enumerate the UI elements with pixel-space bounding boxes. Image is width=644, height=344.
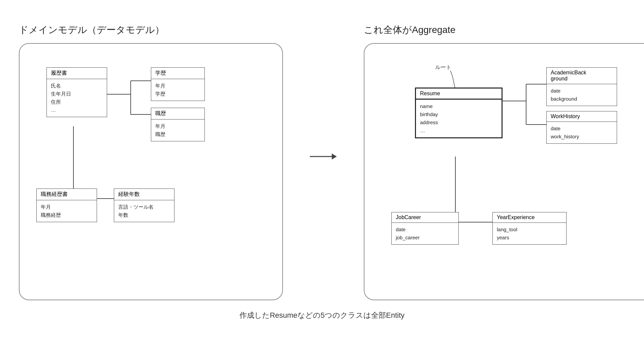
left-section: ドメインモデル（データモデル）: [19, 24, 283, 300]
right-job-header: JobCareer: [392, 212, 458, 223]
left-resume-body: 氏名生年月日住所…: [47, 79, 107, 117]
left-work-box: 職歴 年月職歴: [151, 108, 205, 141]
right-exp-box: YearExperience lang_toolyears: [492, 212, 567, 245]
right-resume-body: namebirthdayaddress…: [416, 100, 502, 137]
left-resume-box: 履歴書 氏名生年月日住所…: [46, 67, 107, 117]
left-academic-body: 年月学歴: [151, 79, 204, 101]
left-title: ドメインモデル（データモデル）: [19, 24, 164, 36]
arrow-container: [310, 24, 337, 162]
right-resume-header: Resume: [416, 89, 502, 100]
right-title: これ全体がAggregate: [364, 24, 455, 36]
right-academic-header: AcademicBackground: [547, 68, 617, 84]
left-diagram-box: 履歴書 氏名生年月日住所… 学歴 年月学歴 職歴 年月職歴: [19, 43, 283, 300]
left-work-body: 年月職歴: [151, 119, 204, 141]
bottom-note: 作成したResumeなどの5つのクラスは全部Entity: [13, 310, 631, 320]
right-exp-header: YearExperience: [493, 212, 566, 223]
root-label: ルート: [435, 64, 451, 71]
right-academic-body: datebackground: [547, 84, 617, 106]
right-job-body: datejob_career: [392, 223, 458, 244]
left-resume-header: 履歴書: [47, 68, 107, 79]
right-section: これ全体がAggregate ルート: [364, 24, 644, 300]
right-diagram: ルート Resume: [381, 57, 644, 286]
left-exp-box: 経験年数 言語・ツール名年数: [114, 188, 174, 222]
right-work-header: WorkHistory: [547, 111, 617, 122]
left-job-box: 職務経歴書 年月職務経歴: [36, 188, 97, 222]
left-exp-body: 言語・ツール名年数: [114, 200, 174, 222]
left-diagram: 履歴書 氏名生年月日住所… 学歴 年月学歴 職歴 年月職歴: [36, 57, 265, 286]
right-resume-box: Resume namebirthdayaddress…: [415, 88, 503, 138]
right-job-box: JobCareer datejob_career: [391, 212, 459, 245]
right-academic-box: AcademicBackground datebackground: [546, 67, 617, 106]
left-job-header: 職務経歴書: [37, 189, 97, 200]
left-job-body: 年月職務経歴: [37, 200, 97, 222]
right-work-box: WorkHistory datework_history: [546, 111, 617, 144]
right-exp-body: lang_toolyears: [493, 223, 566, 244]
right-diagram-box: ルート Resume: [364, 43, 644, 300]
main-container: ドメインモデル（データモデル）: [19, 24, 625, 300]
left-work-header: 職歴: [151, 108, 204, 119]
right-work-body: datework_history: [547, 122, 617, 143]
left-exp-header: 経験年数: [114, 189, 174, 200]
left-academic-header: 学歴: [151, 68, 204, 79]
svg-marker-9: [332, 153, 337, 160]
left-academic-box: 学歴 年月学歴: [151, 67, 205, 101]
center-arrow: [310, 151, 337, 162]
